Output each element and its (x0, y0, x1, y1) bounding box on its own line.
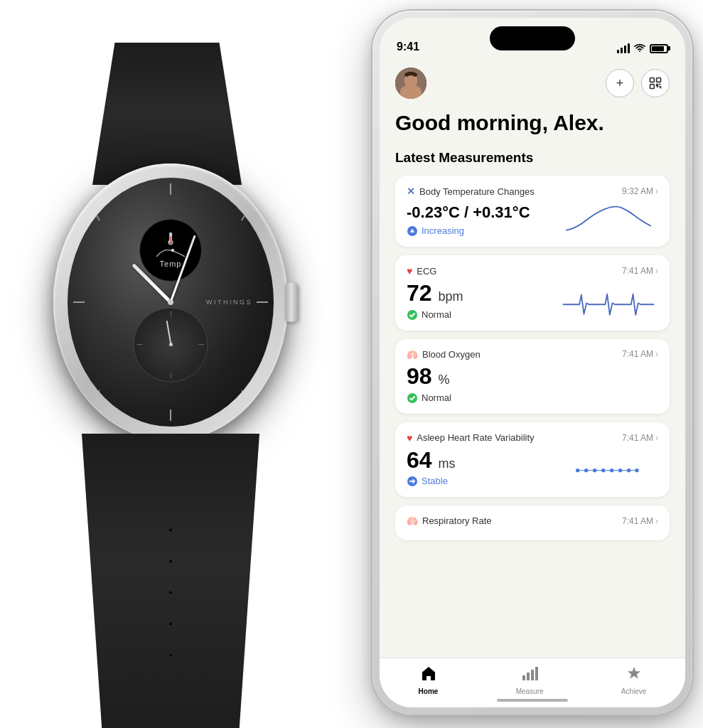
temp-value-area: -0.23°C / +0.31°C Increasing (407, 202, 559, 237)
ecg-normal-icon (407, 309, 418, 321)
spo2-chevron: › (655, 349, 658, 359)
spo2-time: 7:41 AM › (622, 349, 658, 359)
respiratory-card[interactable]: 🫁 Respiratory Rate 7:41 AM › (395, 505, 670, 540)
resp-time: 7:41 AM › (622, 516, 658, 526)
spo2-icon: 🫁 (407, 349, 418, 360)
hrv-status: Stable (407, 476, 559, 488)
temp-card-time: 9:32 AM › (622, 186, 658, 196)
spo2-value: 98 % (407, 364, 658, 389)
hrv-stable-label: Stable (422, 476, 448, 486)
increasing-label: Increasing (422, 225, 464, 236)
svg-point-19 (627, 469, 630, 472)
temp-card-value: -0.23°C / +0.31°C (407, 203, 559, 222)
add-button[interactable]: + (606, 69, 634, 97)
ecg-chevron: › (655, 266, 658, 276)
battery-icon (650, 44, 668, 53)
mini-display: 🌡️ Temp (139, 219, 202, 282)
svg-point-14 (584, 469, 588, 472)
svg-rect-5 (650, 78, 655, 82)
ecg-value-area: 72 bpm Normal (407, 281, 559, 321)
home-icon (420, 665, 437, 685)
spo2-title: Blood Oxygen (422, 349, 481, 360)
header-actions: + (606, 69, 670, 97)
watch-crown (285, 283, 298, 322)
tab-home[interactable]: Home (419, 665, 439, 695)
ecg-card-body: 72 bpm Normal (407, 281, 658, 321)
spo2-value-area: 98 % Normal (407, 364, 658, 404)
center-dot (168, 299, 173, 305)
avatar-image (395, 68, 426, 99)
spo2-card-body: 98 % Normal (407, 364, 658, 404)
hrv-value: 64 ms (407, 448, 559, 473)
resp-title: Respiratory Rate (422, 515, 492, 526)
svg-rect-7 (650, 85, 655, 89)
scan-button[interactable] (641, 69, 670, 97)
phone: 9:41 (372, 11, 692, 714)
status-icons (617, 43, 668, 53)
phone-frame: 9:41 (372, 11, 692, 714)
svg-point-0 (171, 249, 174, 252)
temp-chart (559, 201, 658, 237)
watch-strap-bottom (82, 434, 259, 728)
ecg-chart (559, 285, 658, 321)
card-header-resp: 🫁 Respiratory Rate 7:41 AM › (407, 515, 658, 526)
ecg-value: 72 bpm (407, 281, 559, 306)
spo2-normal-label: Normal (422, 392, 451, 403)
resp-time-value: 7:41 AM (622, 516, 653, 526)
card-title-row-resp: 🫁 Respiratory Rate (407, 515, 492, 526)
temp-chevron: › (655, 186, 658, 196)
ecg-status: Normal (407, 309, 559, 321)
avatar[interactable] (395, 68, 426, 99)
hrv-card-body: 64 ms Stable (407, 448, 658, 488)
svg-point-3 (401, 87, 421, 99)
temp-label: Temp (160, 259, 182, 268)
home-label: Home (419, 687, 439, 695)
svg-point-18 (618, 469, 622, 472)
resp-icon: 🫁 (407, 515, 418, 526)
app-content[interactable]: + Good morning, Alex. (380, 59, 685, 658)
temp-card-title: Body Temperature Changes (419, 186, 535, 197)
tab-achieve[interactable]: Achieve (621, 665, 647, 695)
measure-icon (521, 665, 538, 685)
phone-screen: 9:41 (380, 18, 685, 707)
spo2-status: Normal (407, 392, 658, 404)
card-header-hrv: ♥ Asleep Heart Rate Variability 7:41 AM … (407, 432, 658, 444)
svg-rect-23 (531, 670, 534, 680)
watch-dial: 🌡️ Temp (68, 178, 274, 427)
spo2-time-value: 7:41 AM (622, 349, 653, 359)
hrv-card[interactable]: ♥ Asleep Heart Rate Variability 7:41 AM … (395, 422, 670, 498)
signal-bar-2 (621, 48, 623, 53)
blood-oxygen-card[interactable]: 🫁 Blood Oxygen 7:41 AM › 98 % (395, 339, 670, 414)
sub-dial (134, 307, 208, 382)
svg-point-16 (601, 469, 605, 472)
svg-point-20 (635, 469, 638, 472)
battery-fill (652, 46, 664, 51)
increasing-icon (407, 225, 418, 237)
hrv-chart (559, 451, 658, 487)
hrv-time-value: 7:41 AM (622, 433, 653, 443)
hrv-value-area: 64 ms Stable (407, 448, 559, 488)
svg-point-13 (576, 469, 579, 472)
svg-rect-6 (657, 78, 661, 82)
temp-card-icon: ✕ (407, 186, 415, 197)
signal-bar-3 (624, 46, 626, 53)
svg-point-15 (593, 469, 596, 472)
spo2-normal-icon (407, 392, 418, 404)
ecg-time-value: 7:41 AM (622, 266, 653, 276)
app-header: + (395, 59, 670, 105)
ecg-normal-label: Normal (422, 309, 451, 320)
tab-measure[interactable]: Measure (516, 665, 544, 695)
ecg-card[interactable]: ♥ ECG 7:41 AM › 72 bpm (395, 255, 670, 331)
achieve-label: Achieve (621, 687, 647, 695)
ecg-title: ECG (417, 266, 436, 277)
signal-bars (617, 43, 630, 53)
card-header-ecg: ♥ ECG 7:41 AM › (407, 265, 658, 277)
hrv-title: Asleep Heart Rate Variability (417, 432, 534, 443)
section-title: Latest Measurements (395, 150, 670, 166)
status-time: 9:41 (397, 41, 419, 53)
card-header-temp: ✕ Body Temperature Changes 9:32 AM › (407, 186, 658, 197)
signal-bar-1 (617, 50, 619, 53)
signal-bar-4 (628, 43, 630, 53)
body-temp-card[interactable]: ✕ Body Temperature Changes 9:32 AM › -0.… (395, 176, 670, 247)
ecg-time: 7:41 AM › (622, 266, 658, 276)
